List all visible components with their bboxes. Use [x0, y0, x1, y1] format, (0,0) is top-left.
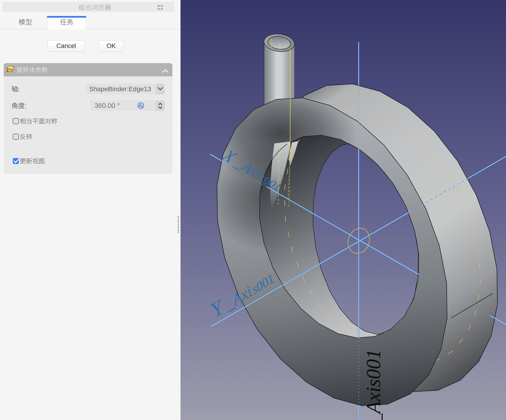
svg-text:Z_Axis001: Z_Axis001: [362, 349, 385, 420]
